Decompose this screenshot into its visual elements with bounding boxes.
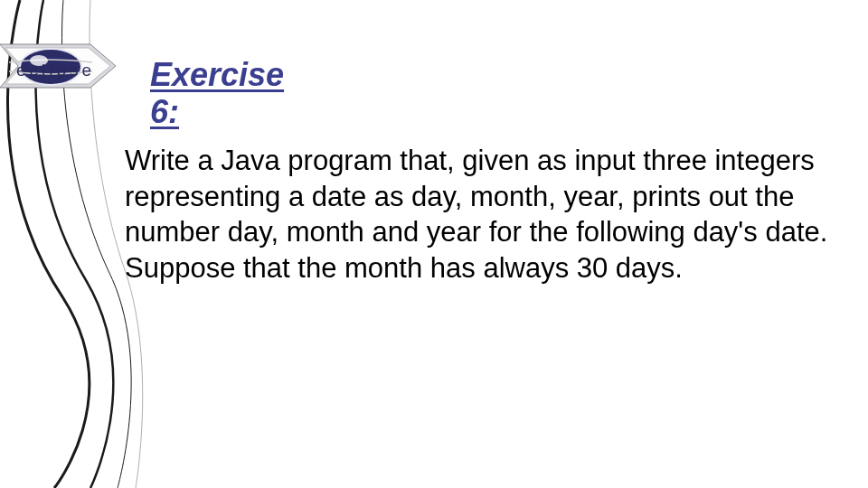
eclipse-logo: eclipse: [0, 41, 118, 91]
eclipse-logo-text: eclipse: [16, 61, 95, 80]
slide-title-line2: 6:: [150, 93, 179, 130]
slide-body-text: Write a Java program that, given as inpu…: [125, 143, 832, 286]
slide-title-line1: Exercise: [150, 56, 284, 93]
slide-title: Exercise 6:: [150, 56, 284, 131]
